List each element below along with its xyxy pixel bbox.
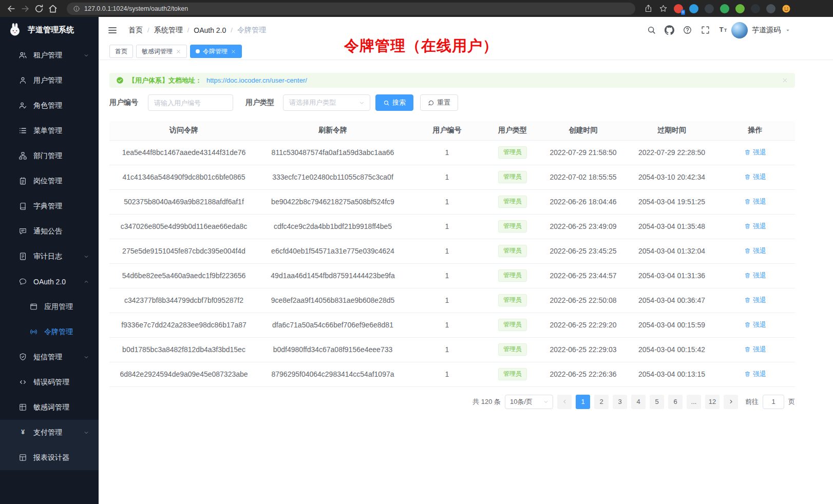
sidebar-item-dept[interactable]: 部门管理 xyxy=(0,143,99,168)
sidebar-item-label: 令牌管理 xyxy=(44,327,73,337)
sidebar-item-menu[interactable]: 菜单管理 xyxy=(0,118,99,143)
sidebar-item-errcode[interactable]: 错误码管理 xyxy=(0,370,99,395)
tab-label: 令牌管理 xyxy=(203,47,228,56)
force-logout-button[interactable]: 强退 xyxy=(744,345,766,354)
tab-sensitive-word[interactable]: 敏感词管理 xyxy=(136,45,187,58)
action-cell: 强退 xyxy=(715,214,795,239)
question-icon[interactable] xyxy=(683,25,692,35)
sidebar-item-audit[interactable]: 审计日志 xyxy=(0,244,99,269)
sidebar-item-pay[interactable]: ¥支付管理 xyxy=(0,420,99,445)
sidebar-item-label: 岗位管理 xyxy=(33,177,62,186)
alert-close-icon[interactable] xyxy=(782,77,788,84)
breadcrumb-separator: / xyxy=(187,26,190,34)
tab-token[interactable]: 令牌管理 xyxy=(190,45,242,58)
user-menu[interactable]: 芋道源码 xyxy=(731,22,791,38)
sidebar-item-dict[interactable]: 字典管理 xyxy=(0,193,99,219)
sidebar-item-role[interactable]: 角色管理 xyxy=(0,93,99,118)
sidebar-item-user[interactable]: 用户管理 xyxy=(0,68,99,93)
user-type-cell: 管理员 xyxy=(487,239,538,263)
page-button-1[interactable]: 1 xyxy=(576,395,590,409)
next-page-button[interactable] xyxy=(724,395,738,409)
force-logout-button[interactable]: 强退 xyxy=(744,246,766,256)
home-icon[interactable] xyxy=(48,4,58,14)
access-token-cell: 41c41346a548490f9dc8b01c6bfe0865 xyxy=(109,165,258,189)
page-button-5[interactable]: 5 xyxy=(650,395,664,409)
breadcrumb: 首页/系统管理/OAuth 2.0/令牌管理 xyxy=(128,26,266,35)
extension-slate-icon[interactable] xyxy=(766,4,775,13)
info-icon[interactable] xyxy=(73,5,80,12)
search-icon[interactable] xyxy=(647,25,656,35)
page-size-select[interactable]: 10条/页 xyxy=(505,395,553,409)
back-icon[interactable] xyxy=(6,4,16,14)
force-logout-button[interactable]: 强退 xyxy=(744,197,766,206)
sidebar-item-oauth2[interactable]: OAuth 2.0 xyxy=(0,269,99,294)
tab-home[interactable]: 首页 xyxy=(109,45,133,58)
forward-icon[interactable] xyxy=(20,4,30,14)
tab-close-icon[interactable] xyxy=(231,49,236,54)
dict-icon xyxy=(18,202,27,210)
action-cell: 强退 xyxy=(715,362,795,386)
force-logout-button[interactable]: 强退 xyxy=(744,320,766,329)
extension-green-icon[interactable] xyxy=(720,4,729,13)
share-icon[interactable] xyxy=(644,4,653,13)
page-button-2[interactable]: 2 xyxy=(594,395,609,409)
star-icon[interactable] xyxy=(659,4,668,13)
search-button[interactable]: 搜索 xyxy=(375,94,413,111)
force-logout-button[interactable]: 强退 xyxy=(744,172,766,182)
user-id-cell: 1 xyxy=(407,263,487,288)
sidebar-item-label: 应用管理 xyxy=(44,302,73,312)
extension-blue-icon[interactable] xyxy=(689,4,698,13)
reload-icon[interactable] xyxy=(34,4,44,14)
sidebar-item-report[interactable]: 报表设计器 xyxy=(0,445,99,470)
extension-dark-icon[interactable] xyxy=(705,4,714,13)
sidebar-item-notice[interactable]: 通知公告 xyxy=(0,219,99,244)
force-logout-button[interactable]: 强退 xyxy=(744,296,766,305)
column-header: 操作 xyxy=(715,121,795,140)
sidebar-item-sms[interactable]: 短信管理 xyxy=(0,344,99,370)
breadcrumb-item[interactable]: 首页 xyxy=(128,26,143,35)
browser-actions: 0 xyxy=(644,4,791,13)
chevron-down-icon xyxy=(543,399,549,405)
page-ellipsis[interactable]: ... xyxy=(687,395,701,409)
prev-page-button[interactable] xyxy=(557,395,572,409)
force-logout-button[interactable]: 强退 xyxy=(744,222,766,231)
sidebar-item-oauth2-app[interactable]: 应用管理 xyxy=(0,294,99,319)
breadcrumb-item[interactable]: OAuth 2.0 xyxy=(194,26,226,34)
force-logout-button[interactable]: 强退 xyxy=(744,148,766,157)
sidebar-item-oauth2-token[interactable]: 令牌管理 xyxy=(0,319,99,344)
svg-text:T: T xyxy=(720,26,724,33)
profile-smiley-icon[interactable] xyxy=(782,4,791,13)
column-header: 访问令牌 xyxy=(109,121,258,140)
screen: 127.0.0.1:1024/system/oauth2/token 0 芋道管… xyxy=(0,0,833,504)
fullscreen-icon[interactable] xyxy=(701,25,710,35)
page-button-12[interactable]: 12 xyxy=(705,395,720,409)
page-button-3[interactable]: 3 xyxy=(613,395,627,409)
force-logout-button[interactable]: 强退 xyxy=(744,271,766,280)
access-token-cell: 54d6be82ee5a460a9aedc1f9bf223656 xyxy=(109,263,258,288)
extension-red-icon[interactable]: 0 xyxy=(674,4,683,13)
goto-page-input[interactable] xyxy=(763,395,784,409)
reset-button[interactable]: 重置 xyxy=(420,94,458,111)
force-logout-button[interactable]: 强退 xyxy=(744,370,766,379)
page-button-6[interactable]: 6 xyxy=(668,395,683,409)
alert-link[interactable]: https://doc.iocoder.cn/user-center/ xyxy=(206,76,307,84)
page-button-4[interactable]: 4 xyxy=(631,395,646,409)
user-icon xyxy=(18,76,27,85)
svg-text:¥: ¥ xyxy=(21,429,25,436)
sidebar-item-sensitive[interactable]: 敏感词管理 xyxy=(0,395,99,420)
collapse-sidebar-icon[interactable] xyxy=(107,25,118,35)
extension-lime-icon[interactable] xyxy=(735,4,745,13)
sidebar-item-label: 角色管理 xyxy=(33,101,62,110)
tab-close-icon[interactable] xyxy=(176,49,181,54)
url-bar[interactable]: 127.0.0.1:1024/system/oauth2/token xyxy=(67,3,635,15)
extension-gray-icon[interactable] xyxy=(751,4,760,13)
fontsize-icon[interactable]: TT xyxy=(718,25,728,35)
user-type-select[interactable]: 请选择用户类型 xyxy=(283,94,370,111)
user-id-input[interactable] xyxy=(148,94,233,111)
breadcrumb-item[interactable]: 系统管理 xyxy=(154,26,183,35)
access-token-cell: 502375b8040a469a9b82188afdf6af1f xyxy=(109,189,258,214)
sidebar-item-tenant[interactable]: 租户管理 xyxy=(0,43,99,68)
github-icon[interactable] xyxy=(665,25,674,35)
sidebar-item-post[interactable]: 岗位管理 xyxy=(0,168,99,193)
access-token-cell: c347026e805e4d99b0d116eae66eda8c xyxy=(109,214,258,239)
